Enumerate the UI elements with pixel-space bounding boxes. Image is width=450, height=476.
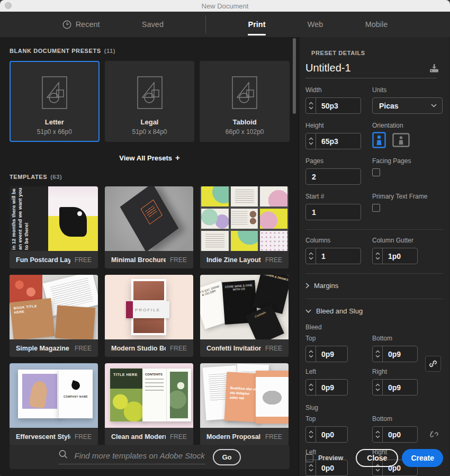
orientation-landscape-icon[interactable] (392, 133, 410, 149)
slug-bottom-input[interactable]: 0p0 (383, 427, 417, 442)
view-all-presets-button[interactable]: View All Presets+ (10, 153, 290, 162)
template-card[interactable]: in 12 months there will be an event and … (10, 186, 98, 268)
pages-label: Pages (305, 157, 361, 165)
bleed-bottom-stepper: 0p9 (372, 346, 418, 362)
scrollbar-thumb[interactable] (293, 38, 296, 114)
free-badge: FREE (75, 433, 92, 441)
bleed-slug-section-label: Bleed and Slug (316, 307, 363, 315)
columns-input[interactable]: 1 (316, 248, 361, 264)
units-field-group: Units Picas (372, 86, 443, 114)
search-input[interactable] (74, 451, 205, 460)
tab-web[interactable]: Web (308, 12, 323, 37)
thumb-text: in 12 months there will be an event and … (11, 187, 47, 250)
bleed-link-button[interactable] (425, 356, 441, 372)
bleed-bottom-input[interactable]: 0p9 (383, 346, 417, 362)
facing-pages-field-group: Facing Pages (372, 157, 443, 185)
template-label-bar: Modern Proposal La... FREE (200, 428, 289, 445)
search-field[interactable] (58, 450, 205, 464)
close-button[interactable]: Close (356, 449, 398, 467)
chevron-down-icon (305, 309, 311, 313)
preset-size: 51p0 x 66p0 (37, 128, 72, 136)
orientation-portrait-icon[interactable] (372, 132, 386, 150)
thumb-art (201, 209, 229, 229)
units-select[interactable]: Picas (372, 97, 443, 114)
primary-text-frame-checkbox[interactable] (372, 204, 380, 212)
orientation-field-group: Orientation (372, 122, 443, 149)
width-stepper-arrows[interactable] (306, 98, 316, 113)
columns-field-group: Columns 1 (305, 237, 361, 264)
save-preset-icon[interactable] (428, 63, 440, 76)
stepper-arrows[interactable] (306, 346, 316, 362)
column-gutter-stepper-arrows[interactable] (373, 248, 383, 264)
thumb-art (260, 231, 287, 251)
preset-row: Letter 51p0 x 66p0 Legal 51p0 x 84p0 Tab… (10, 61, 290, 142)
margins-section-toggle[interactable]: Margins (305, 282, 443, 290)
column-gutter-field-group: Column Gutter 1p0 (372, 237, 443, 264)
bleed-top-input[interactable]: 0p9 (316, 346, 347, 362)
height-input[interactable]: 65p3 (316, 133, 361, 149)
columns-label: Columns (305, 237, 361, 244)
preview-checkbox[interactable] (305, 454, 313, 462)
height-stepper-arrows[interactable] (306, 133, 316, 149)
thumb-art (59, 207, 87, 237)
stepper-arrows[interactable] (306, 427, 316, 442)
bleed-right-input[interactable]: 0p9 (383, 380, 417, 395)
broken-link-icon (429, 430, 439, 439)
thumb-art: CONTENTS (142, 369, 167, 421)
column-gutter-input[interactable]: 1p0 (383, 248, 417, 264)
template-name: Simple Magazine La... (16, 345, 70, 352)
dialog-footer: Preview Close Create (305, 449, 443, 467)
thumb-art (231, 186, 258, 206)
column-gutter-label: Column Gutter (372, 237, 443, 244)
templates-header: TEMPLATES(63) (10, 174, 290, 180)
create-button[interactable]: Create (402, 449, 443, 467)
stepper-arrows[interactable] (373, 346, 383, 362)
slug-unlink-button[interactable] (429, 430, 439, 442)
pages-input[interactable]: 2 (305, 168, 361, 185)
template-card[interactable]: Minimal Brochure L... FREE (105, 186, 193, 268)
bleed-left-input[interactable]: 0p9 (316, 380, 347, 395)
template-card[interactable]: Bustibus abo ut eta dolaptur udan nat Mo… (200, 363, 289, 445)
stepper-arrows[interactable] (306, 380, 316, 395)
window-close-button[interactable] (5, 2, 12, 9)
chevron-down-icon (375, 469, 380, 472)
chevron-down-icon (375, 355, 380, 358)
document-name-input[interactable]: Untitled-1 (305, 62, 437, 74)
start-number-input[interactable]: 1 (305, 204, 361, 220)
thumb-art (48, 186, 98, 251)
template-card[interactable]: BOOK TITLE HERE Simple Magazine La... FR… (10, 275, 98, 357)
bleed-slug-section-toggle[interactable]: Bleed and Slug (305, 307, 443, 315)
thumb-art (260, 186, 287, 206)
preset-card-legal[interactable]: Legal 51p0 x 84p0 (105, 61, 195, 142)
chevron-up-icon (375, 383, 380, 387)
stepper-arrows[interactable] (373, 427, 383, 442)
template-card[interactable]: PROFILE Modern Studio Book... FREE (105, 275, 193, 357)
tab-print[interactable]: Print (248, 12, 266, 37)
template-card[interactable]: LET'S EAT, DRINK & CELEBR COME WINE & DI… (200, 275, 289, 357)
tab-saved[interactable]: Saved (142, 12, 164, 37)
preset-card-letter[interactable]: Letter 51p0 x 66p0 (10, 61, 100, 142)
template-label-bar: Indie Zine Layout FREE (200, 251, 289, 268)
template-card[interactable]: COMPANY NAME Effervescent Style G... FRE… (10, 363, 98, 445)
templates-count: (63) (50, 174, 62, 180)
thumb-art (70, 380, 81, 391)
facing-pages-checkbox[interactable] (372, 168, 380, 176)
slug-top-group: Top 0p0 (305, 415, 361, 443)
tab-bar: Recent Saved Print Web Mobile (0, 12, 450, 37)
thumb-art (260, 389, 284, 407)
template-card[interactable]: Indie Zine Layout FREE (200, 186, 289, 268)
thumb-art (145, 382, 164, 383)
template-card[interactable]: TITLE HERE CONTENTS (105, 363, 193, 445)
preview-toggle[interactable]: Preview (305, 454, 343, 462)
tab-recent[interactable]: Recent (62, 12, 100, 37)
stepper-arrows[interactable] (373, 380, 383, 395)
preset-card-tabloid[interactable]: Tabloid 66p0 x 102p0 (200, 61, 290, 142)
width-input[interactable]: 50p3 (316, 98, 361, 113)
primary-text-frame-field-group: Primary Text Frame (372, 193, 443, 220)
free-badge: FREE (265, 345, 282, 352)
go-button[interactable]: Go (213, 449, 240, 465)
columns-stepper-arrows[interactable] (306, 248, 316, 264)
blank-presets-header: BLANK DOCUMENT PRESETS(11) (10, 48, 290, 54)
tab-mobile[interactable]: Mobile (365, 12, 388, 37)
slug-top-input[interactable]: 0p0 (316, 427, 347, 442)
